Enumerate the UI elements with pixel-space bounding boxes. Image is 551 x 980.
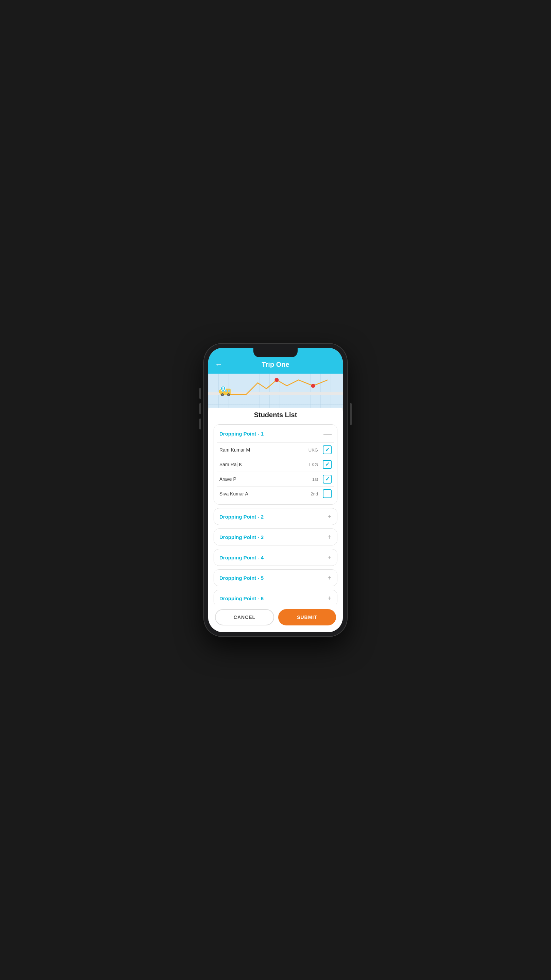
- bus-icon: [218, 387, 233, 395]
- expand-icon: +: [327, 513, 332, 520]
- expand-icon: +: [327, 574, 332, 581]
- student-row: Siva Kumar A 2nd: [217, 486, 334, 501]
- student-row: Arave P 1st ✓: [217, 472, 334, 486]
- svg-rect-6: [228, 390, 230, 392]
- dropping-points-list: Dropping Point - 1 ― Ram Kumar M UKG ✓ S…: [214, 424, 337, 605]
- student-name: Ram Kumar M: [219, 447, 307, 453]
- dropping-point-card-3: Dropping Point - 3 +: [214, 528, 337, 546]
- collapse-icon: ―: [324, 430, 332, 438]
- dropping-point-label-2: Dropping Point - 2: [219, 514, 264, 520]
- student-checkbox[interactable]: ✓: [323, 445, 332, 454]
- dropping-point-header-2[interactable]: Dropping Point - 2 +: [214, 508, 337, 525]
- card-container[interactable]: Students List Dropping Point - 1 ― Ram K…: [208, 408, 343, 605]
- phone-screen: ← Trip One: [208, 348, 343, 632]
- expand-icon: +: [327, 533, 332, 540]
- svg-point-0: [275, 378, 279, 382]
- dropping-point-card-6: Dropping Point - 6 +: [214, 590, 337, 605]
- dropping-point-header-5[interactable]: Dropping Point - 5 +: [214, 570, 337, 586]
- check-mark: ✓: [325, 462, 330, 467]
- dropping-point-header-6[interactable]: Dropping Point - 6 +: [214, 590, 337, 605]
- dropping-point-header-3[interactable]: Dropping Point - 3 +: [214, 529, 337, 545]
- svg-point-12: [222, 387, 224, 389]
- student-checkbox[interactable]: ✓: [323, 460, 332, 469]
- dropping-point-header-4[interactable]: Dropping Point - 4 +: [214, 549, 337, 566]
- dropping-point-card-2: Dropping Point - 2 +: [214, 508, 337, 525]
- student-row: Sam Raj K LKG ✓: [217, 457, 334, 472]
- dropping-point-label-6: Dropping Point - 6: [219, 595, 264, 601]
- dropping-point-card-1: Dropping Point - 1 ― Ram Kumar M UKG ✓ S…: [214, 424, 337, 504]
- notch: [253, 348, 298, 357]
- map-route: [229, 377, 327, 398]
- check-mark: ✓: [325, 447, 330, 453]
- silent-button[interactable]: [199, 418, 201, 430]
- dropping-point-card-5: Dropping Point - 5 +: [214, 569, 337, 586]
- student-name: Sam Raj K: [219, 462, 307, 467]
- dropping-point-label-3: Dropping Point - 3: [219, 534, 264, 540]
- cancel-button[interactable]: CANCEL: [215, 609, 274, 625]
- expand-icon: +: [327, 554, 332, 561]
- dropping-point-label-5: Dropping Point - 5: [219, 575, 264, 581]
- dropping-point-card-4: Dropping Point - 4 +: [214, 549, 337, 566]
- student-name: Arave P: [219, 476, 307, 482]
- student-checkbox[interactable]: [323, 489, 332, 498]
- volume-up-button[interactable]: [199, 388, 201, 399]
- power-button[interactable]: [350, 403, 352, 425]
- svg-rect-3: [219, 390, 221, 393]
- student-grade: UKG: [307, 447, 318, 453]
- check-mark: ✓: [325, 476, 330, 482]
- student-grade: 2nd: [307, 492, 318, 496]
- main-content: Students List Dropping Point - 1 ― Ram K…: [208, 408, 343, 605]
- dropping-point-label-1: Dropping Point - 1: [219, 431, 264, 437]
- svg-point-10: [228, 394, 229, 395]
- back-button[interactable]: ←: [215, 360, 222, 369]
- volume-down-button[interactable]: [199, 403, 201, 414]
- submit-button[interactable]: SUBMIT: [278, 609, 336, 625]
- svg-point-8: [222, 394, 223, 395]
- student-grade: LKG: [307, 462, 318, 467]
- students-list-title: Students List: [214, 411, 337, 419]
- dropping-point-label-4: Dropping Point - 4: [219, 555, 264, 560]
- student-row: Ram Kumar M UKG ✓: [217, 442, 334, 457]
- student-name: Siva Kumar A: [219, 491, 307, 496]
- svg-point-1: [311, 384, 315, 388]
- student-checkbox[interactable]: ✓: [323, 475, 332, 484]
- page-title: Trip One: [262, 361, 289, 369]
- students-table: Ram Kumar M UKG ✓ Sam Raj K LKG ✓ Arave …: [214, 442, 337, 504]
- bottom-bar: CANCEL SUBMIT: [208, 605, 343, 632]
- dropping-point-header-1[interactable]: Dropping Point - 1 ―: [214, 425, 337, 442]
- student-grade: 1st: [307, 477, 318, 482]
- expand-icon: +: [327, 595, 332, 601]
- map-view: [208, 374, 343, 408]
- phone-frame: ← Trip One: [204, 344, 347, 636]
